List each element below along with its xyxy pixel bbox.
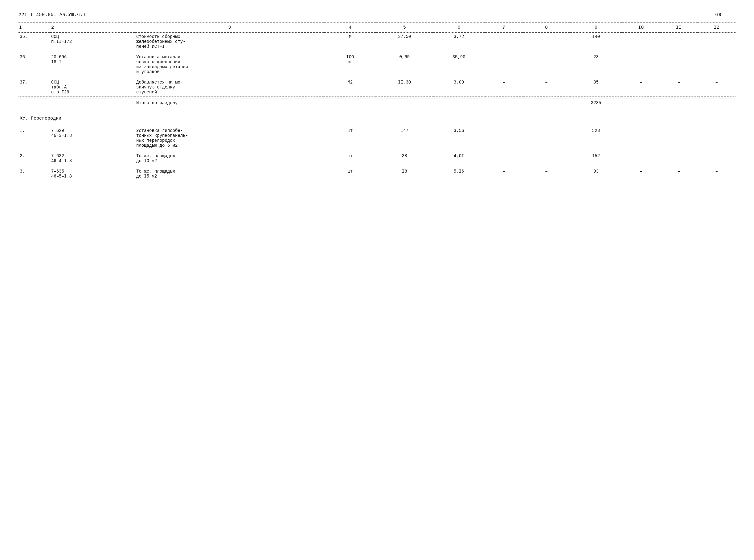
cell-11: – [660,152,698,165]
cell-7: – [485,78,523,97]
cell-8: – [523,127,570,149]
cell-2: 7–62946–3–I.8 [50,127,135,149]
subtotal-cell-9: 3235 [570,99,622,107]
table-row: 36.20–696I8–IУстановка металли-ческого к… [19,53,735,76]
cell-6: 35,90 [433,53,485,76]
table-row: 37.ССЦтабл.Астр.I29Добавляется на мо-заи… [19,78,735,97]
col-header-4: 4 [324,23,376,32]
subtotal-row: Итого по разделу––––3235––– [19,99,735,107]
cell-7: – [485,167,523,180]
cell-10: – [622,127,660,149]
subtotal-cell-11: – [660,99,698,107]
cell-2: ССЦтабл.Астр.I29 [50,78,135,97]
spacer-row [19,76,735,78]
spacer-row [19,107,735,110]
cell-3: Стоимость сборныхжелезобетонных сту-пене… [135,32,324,51]
col-header-7: 7 [485,23,523,32]
col-header-8: 8 [523,23,570,32]
col-header-6: 6 [433,23,485,32]
cell-1: 35. [19,32,50,51]
cell-4: IOOкг [324,53,376,76]
cell-8: – [523,78,570,97]
cell-10: – [622,53,660,76]
col-header-10: IO [622,23,660,32]
cell-5: I47 [376,127,433,149]
cell-6: 4,OI [433,152,485,165]
table-row: 35.ССЦп.II–I72Стоимость сборныхжелезобет… [19,32,735,51]
table-row: I.7–62946–3–I.8Установка гипсобе-тонных … [19,127,735,149]
cell-12: – [698,127,735,149]
subtotal-cell-10: – [622,99,660,107]
cell-12: – [698,152,735,165]
col-header-3: 3 [135,23,324,32]
cell-11: – [660,32,698,51]
col-header-12: I2 [698,23,735,32]
cell-6: 3,09 [433,78,485,97]
subtotal-cell-6: – [433,99,485,107]
main-table: I 2 3 4 5 6 7 8 9 IO II I2 35.ССЦп.II–I7… [19,22,735,183]
section-title: ХУ. Перегородки [19,110,735,124]
cell-4: М [324,32,376,51]
cell-9: I52 [570,152,622,165]
spacer-row [19,51,735,53]
cell-2: 20–696I8–I [50,53,135,76]
cell-2: ССЦп.II–I72 [50,32,135,51]
subtotal-cell-7: – [485,99,523,107]
cell-7: – [485,32,523,51]
subtotal-cell-3: Итого по разделу [135,99,324,107]
cell-1: 2. [19,152,50,165]
cell-8: – [523,32,570,51]
cell-10: – [622,78,660,97]
subtotal-cell-12: – [698,99,735,107]
cell-7: – [485,127,523,149]
cell-6: 5,I6 [433,167,485,180]
cell-9: 523 [570,127,622,149]
spacer-row [19,149,735,152]
cell-8: – [523,53,570,76]
cell-9: I40 [570,32,622,51]
cell-4: шт [324,167,376,180]
cell-12: – [698,167,735,180]
cell-10: – [622,167,660,180]
cell-2: 7–63246–4–I.8 [50,152,135,165]
cell-4: шт [324,152,376,165]
cell-12: – [698,78,735,97]
cell-8: – [523,152,570,165]
cell-10: – [622,152,660,165]
section-header-row: ХУ. Перегородки [19,110,735,124]
subtotal-cell-2 [50,99,135,107]
cell-9: 35 [570,78,622,97]
subtotal-cell-1 [19,99,50,107]
col-header-11: II [660,23,698,32]
cell-11: – [660,127,698,149]
cell-7: – [485,53,523,76]
subtotal-cell-4 [324,99,376,107]
cell-3: Установка гипсобе-тонных крупнопанель-ны… [135,127,324,149]
cell-12: – [698,32,735,51]
subtotal-cell-8: – [523,99,570,107]
cell-3: Установка металли-ческого крепленияиз за… [135,53,324,76]
cell-7: – [485,152,523,165]
spacer-row [19,165,735,167]
spacer-row [19,97,735,99]
cell-5: II,30 [376,78,433,97]
header: 22I–I–450.85. Ал.УШ,ч.I – 69 – [19,12,735,19]
col-header-2: 2 [50,23,135,32]
cell-9: 23 [570,53,622,76]
cell-10: – [622,32,660,51]
cell-11: – [660,167,698,180]
cell-6: 3,72 [433,32,485,51]
table-row: 3.7–63546–5–I.8То же, площадьюдо I5 м2шт… [19,167,735,180]
cell-4: шт [324,127,376,149]
document-title: 22I–I–450.85. Ал.УШ,ч.I [19,12,86,18]
cell-5: 0,65 [376,53,433,76]
cell-8: – [523,167,570,180]
col-header-1: I [19,23,50,32]
cell-3: Добавляется на мо-заичную отделкуступене… [135,78,324,97]
spacer-row [19,180,735,183]
cell-5: I8 [376,167,433,180]
cell-1: I. [19,127,50,149]
cell-11: – [660,78,698,97]
cell-9: 93 [570,167,622,180]
cell-1: 36. [19,53,50,76]
